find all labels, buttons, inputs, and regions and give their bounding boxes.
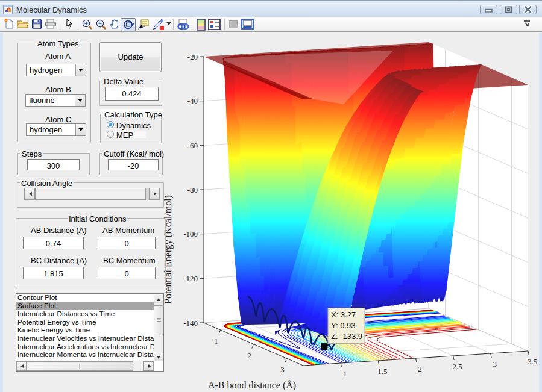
svg-text:A-B bond distance (Å): A-B bond distance (Å) bbox=[208, 380, 296, 391]
svg-text:-60: -60 bbox=[187, 141, 198, 150]
svg-text:3.5: 3.5 bbox=[528, 357, 537, 366]
svg-text:-20: -20 bbox=[187, 52, 198, 61]
svg-text:X: 3.27: X: 3.27 bbox=[331, 310, 356, 319]
svg-text:2.5: 2.5 bbox=[453, 362, 462, 371]
svg-text:Z: -133.9: Z: -133.9 bbox=[331, 332, 362, 341]
svg-text:1.5: 1.5 bbox=[377, 367, 387, 376]
svg-text:-100: -100 bbox=[183, 229, 198, 238]
svg-text:3: 3 bbox=[493, 359, 497, 369]
svg-text:3: 3 bbox=[280, 365, 285, 374]
svg-text:-80: -80 bbox=[187, 185, 198, 194]
svg-text:1: 1 bbox=[343, 369, 347, 378]
svg-text:-40: -40 bbox=[187, 96, 198, 105]
svg-text:1: 1 bbox=[214, 337, 218, 346]
svg-text:Y: 0.93: Y: 0.93 bbox=[331, 321, 355, 330]
svg-text:-120: -120 bbox=[183, 274, 198, 283]
svg-text:-140: -140 bbox=[183, 319, 198, 328]
svg-text:2: 2 bbox=[418, 364, 422, 373]
svg-text:2: 2 bbox=[247, 351, 251, 360]
